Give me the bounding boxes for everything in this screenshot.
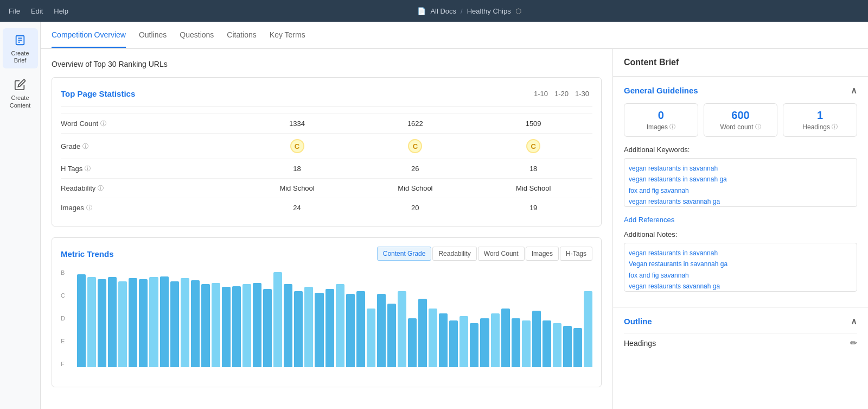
content-brief-title: Content Brief (613, 49, 868, 77)
row-val-wc-1: 1334 (238, 119, 356, 128)
card-wordcount-label: Word count ⓘ (710, 123, 772, 131)
notes-box: vegan restaurants in savannah Vegan rest… (624, 243, 857, 292)
breadcrumb-alldocs[interactable]: All Docs (430, 7, 456, 15)
sidebar-item-create-brief[interactable]: Create Brief (3, 28, 38, 68)
share-icon[interactable]: ⬡ (515, 7, 521, 15)
add-references-link[interactable]: Add References (624, 216, 674, 224)
row-label-wordcount: Word Count ⓘ (61, 119, 238, 128)
y-label-b: B (61, 269, 65, 276)
row-val-img-3: 19 (474, 204, 592, 212)
chart-bars (77, 269, 592, 367)
stats-row-grade: Grade ⓘ C C C (61, 133, 592, 159)
bar-34 (429, 309, 437, 367)
bar-18 (263, 289, 272, 367)
doc-icon: 📄 (417, 7, 426, 15)
row-val-ht-1: 18 (238, 165, 356, 173)
tab-competition-overview[interactable]: Competition Overview (52, 23, 126, 48)
topbar: File Edit Help 📄 All Docs / Healthy Chip… (0, 0, 868, 22)
topbar-center: 📄 All Docs / Healthy Chips ⬡ (79, 7, 859, 15)
stats-title: Top Page Statistics (61, 89, 531, 98)
bar-25 (336, 284, 344, 367)
info-icon-grade[interactable]: ⓘ (82, 142, 88, 150)
bar-37 (459, 316, 468, 367)
metric-tab-images[interactable]: Images (526, 247, 559, 261)
info-icon-wordcount[interactable]: ⓘ (100, 119, 106, 128)
headings-row: Headings ✏ (624, 333, 857, 353)
info-icon-images[interactable]: ⓘ (86, 204, 92, 212)
additional-notes-section: Additional Notes: vegan restaurants in s… (624, 230, 857, 292)
note-0: vegan restaurants in savannah (629, 248, 852, 259)
card-images: 0 Images ⓘ (624, 103, 698, 137)
metric-title: Metric Trends (61, 249, 114, 259)
bar-5 (129, 278, 137, 367)
stats-row-wordcount: Word Count ⓘ 1334 1622 1509 (61, 114, 592, 133)
card-headings-info[interactable]: ⓘ (832, 123, 838, 131)
bar-38 (470, 323, 478, 367)
bar-12 (201, 284, 210, 367)
row-val-ht-2: 26 (356, 165, 474, 173)
y-label-f: F (61, 361, 65, 367)
note-3: vegan restaurants savannah ga (629, 281, 852, 292)
tab-key-terms[interactable]: Key Terms (270, 23, 305, 48)
info-icon-readability[interactable]: ⓘ (98, 184, 104, 192)
row-val-grade-1: C (238, 139, 356, 153)
headings-edit-icon[interactable]: ✏ (850, 338, 857, 348)
note-2: fox and fig savannah (629, 270, 852, 281)
bar-48 (573, 328, 582, 367)
card-images-info[interactable]: ⓘ (669, 123, 675, 131)
bar-42 (512, 318, 520, 367)
stats-row-images: Images ⓘ 24 20 19 (61, 198, 592, 217)
bar-7 (149, 277, 158, 367)
bar-45 (542, 320, 551, 367)
menu-file[interactable]: File (9, 7, 20, 15)
sidebar-item-create-content[interactable]: Create Content (3, 73, 38, 113)
bar-46 (553, 323, 561, 367)
headings-label: Headings (624, 339, 656, 348)
metric-tab-word-count[interactable]: Word Count (478, 247, 525, 261)
bar-4 (118, 281, 127, 367)
metric-tab-htags[interactable]: H-Tags (560, 247, 592, 261)
bar-39 (480, 318, 489, 367)
col-header-1-10: 1-10 (531, 86, 551, 101)
stats-header: Top Page Statistics 1-10 1-20 1-30 (61, 86, 592, 107)
bar-9 (170, 281, 179, 367)
metric-tabs: Content Grade Readability Word Count Ima… (377, 247, 592, 261)
bar-29 (377, 294, 386, 367)
content-area: Competition Overview Outlines Questions … (41, 22, 868, 409)
card-images-label: Images ⓘ (630, 123, 692, 131)
row-val-wc-3: 1509 (474, 119, 592, 128)
bar-41 (501, 309, 510, 367)
col-header-1-30: 1-30 (572, 86, 592, 101)
guidelines-title[interactable]: General Guidelines ∧ (624, 85, 857, 96)
tab-outlines[interactable]: Outlines (139, 23, 167, 48)
tab-questions[interactable]: Questions (180, 23, 214, 48)
kw-0: vegan restaurants in savannah (629, 163, 852, 174)
card-wordcount-info[interactable]: ⓘ (755, 123, 761, 131)
main-panel: Overview of Top 30 Ranking URLs Top Page… (41, 49, 613, 409)
y-label-d: D (61, 315, 65, 322)
metric-tab-content-grade[interactable]: Content Grade (377, 247, 432, 261)
sidebar: Create Brief Create Content (0, 22, 41, 409)
bar-1 (87, 277, 96, 367)
guidelines-collapse-icon[interactable]: ∧ (851, 85, 857, 96)
topbar-menu: File Edit Help (9, 7, 68, 15)
menu-edit[interactable]: Edit (31, 7, 43, 15)
row-label-htags: H Tags ⓘ (61, 165, 238, 173)
content-split: Overview of Top 30 Ranking URLs Top Page… (41, 49, 868, 409)
bar-27 (356, 291, 365, 367)
info-icon-htags[interactable]: ⓘ (85, 165, 91, 173)
row-val-img-1: 24 (238, 204, 356, 212)
outline-collapse-icon[interactable]: ∧ (851, 316, 857, 326)
tab-citations[interactable]: Citations (227, 23, 256, 48)
outline-section: Outline ∧ Headings ✏ (613, 307, 868, 361)
row-val-grade-2: C (356, 139, 474, 153)
keywords-box: vegan restaurants in savannah vegan rest… (624, 158, 857, 207)
sidebar-label-create-content: Create Content (7, 95, 34, 109)
outline-title[interactable]: Outline ∧ (624, 316, 857, 326)
menu-help[interactable]: Help (54, 7, 68, 15)
metric-tab-readability[interactable]: Readability (432, 247, 476, 261)
bar-43 (522, 320, 531, 367)
kw-1: vegan restaurants in savannah ga (629, 174, 852, 185)
bar-33 (418, 299, 427, 367)
right-panel: Content Brief General Guidelines ∧ 0 Ima… (613, 49, 868, 409)
